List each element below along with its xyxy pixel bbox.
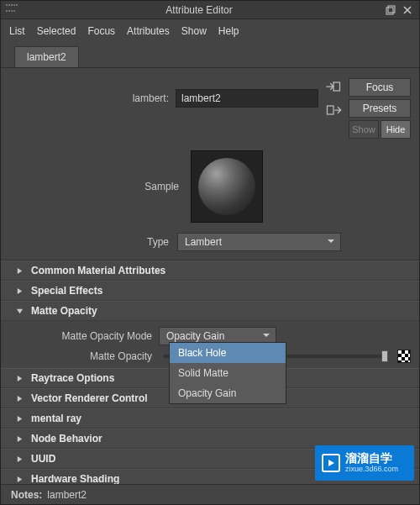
svg-rect-0 [386, 8, 393, 14]
notes-value: lambert2 [47, 489, 87, 501]
sample-swatch[interactable] [191, 150, 263, 223]
brand-line2: zixue.3d66.com [345, 466, 398, 474]
brand-badge: 溜溜自学 zixue.3d66.com [315, 445, 414, 481]
matte-opacity-label: Matte Opacity [9, 350, 152, 362]
hide-button[interactable]: Hide [381, 120, 411, 139]
tab-lambert2[interactable]: lambert2 [14, 46, 79, 67]
section-common-material[interactable]: Common Material Attributes [1, 260, 419, 281]
type-select-value: Lambert [185, 236, 222, 248]
sample-label: Sample [45, 181, 179, 192]
matte-mode-select-value: Opacity Gain [166, 330, 224, 342]
chevron-down-icon [262, 330, 270, 342]
triangle-right-icon [16, 476, 24, 483]
section-special-effects[interactable]: Special Effects [1, 281, 419, 301]
section-matte-opacity[interactable]: Matte Opacity [1, 301, 419, 321]
dropdown-option-opacity-gain[interactable]: Opacity Gain [170, 383, 286, 403]
section-mental-ray[interactable]: mental ray [1, 408, 419, 429]
play-icon [322, 454, 340, 472]
menu-help[interactable]: Help [218, 25, 239, 37]
presets-button[interactable]: Presets [349, 99, 411, 118]
map-button-icon[interactable] [397, 350, 411, 363]
slider-thumb[interactable] [381, 350, 388, 362]
focus-button[interactable]: Focus [349, 78, 411, 97]
triangle-right-icon [16, 375, 24, 382]
grip-dots-icon [6, 4, 18, 16]
svg-rect-4 [333, 82, 340, 91]
menu-selected[interactable]: Selected [37, 25, 76, 37]
chevron-down-icon [327, 236, 335, 248]
notes-label: Notes: [11, 489, 42, 501]
matte-mode-label: Matte Opacity Mode [9, 330, 152, 342]
brand-line1: 溜溜自学 [345, 452, 398, 465]
sample-area: Sample [1, 144, 419, 229]
dropdown-option-black-hole[interactable]: Black Hole [170, 343, 286, 363]
menu-attributes[interactable]: Attributes [127, 25, 170, 37]
triangle-right-icon [16, 415, 24, 423]
input-connection-icon[interactable] [325, 78, 342, 95]
tab-strip: lambert2 [1, 43, 419, 68]
menu-show[interactable]: Show [181, 25, 207, 37]
window-title: Attribute Editor [18, 4, 381, 16]
triangle-right-icon [16, 395, 24, 402]
type-row: Type Lambert [1, 229, 419, 260]
menu-bar: List Selected Focus Attributes Show Help [1, 19, 419, 43]
matte-mode-dropdown: Black Hole Solid Matte Opacity Gain [169, 342, 286, 404]
name-label: lambert: [133, 92, 169, 104]
title-bar: Attribute Editor [1, 1, 419, 19]
svg-rect-5 [328, 106, 334, 114]
triangle-down-icon [16, 308, 24, 315]
triangle-right-icon [16, 267, 24, 275]
output-connection-icon[interactable] [325, 102, 342, 118]
show-button[interactable]: Show [349, 120, 379, 139]
svg-rect-1 [388, 6, 395, 13]
dropdown-option-solid-matte[interactable]: Solid Matte [170, 363, 286, 383]
type-select[interactable]: Lambert [177, 233, 341, 251]
notes-row: Notes: lambert2 [1, 484, 419, 504]
menu-focus[interactable]: Focus [87, 25, 115, 37]
menu-list[interactable]: List [9, 25, 25, 37]
header-row: lambert: Focus Presets Show Hide [1, 68, 419, 144]
material-sphere-preview [198, 158, 255, 215]
triangle-right-icon [16, 455, 24, 463]
type-label: Type [9, 236, 169, 248]
triangle-right-icon [16, 287, 24, 295]
triangle-right-icon [16, 435, 24, 443]
close-icon[interactable] [401, 4, 414, 16]
name-input[interactable] [176, 89, 318, 108]
restore-icon[interactable] [384, 4, 397, 16]
